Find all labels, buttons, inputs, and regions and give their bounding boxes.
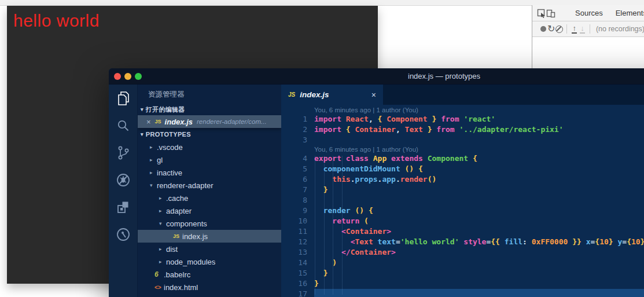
tree-item--cache[interactable]: ▸.cache <box>138 192 281 204</box>
open-editors-section-header[interactable]: ▾ 打开的编辑器 <box>138 104 281 115</box>
code-line-14[interactable]: 14 ) <box>281 258 644 268</box>
tree-item-gl[interactable]: ▸gl <box>138 153 281 166</box>
code-line-4[interactable]: 4export class App extends Component { <box>281 153 644 164</box>
code-line-content[interactable]: this.props.app.render() <box>314 174 644 185</box>
close-icon[interactable]: × <box>371 90 376 100</box>
code-token: render <box>400 175 428 184</box>
code-token: React <box>346 115 369 123</box>
code-line-3[interactable]: 3 <box>281 135 644 145</box>
record-icon[interactable] <box>539 23 547 35</box>
file-tree: ▸.vscode▸gl▸inactive▾renderer-adapter▸.c… <box>138 141 281 297</box>
load-profile-icon[interactable]: ↑ <box>571 23 579 35</box>
code-line-content[interactable]: return ( <box>314 216 644 226</box>
code-line-8[interactable]: 8 <box>281 195 644 206</box>
code-token: 'hello world' <box>400 237 459 246</box>
devtools-tab-sources[interactable]: Sources <box>575 9 603 17</box>
code-line-content[interactable] <box>314 195 644 206</box>
window-titlebar[interactable]: index.js — prototypes <box>109 68 644 85</box>
code-line-13[interactable]: 13 </Container> <box>281 247 644 258</box>
code-token <box>314 164 323 173</box>
folder-section-header[interactable]: ▾ PROTOTYPES <box>138 128 281 141</box>
tree-item-renderer-adapter[interactable]: ▾renderer-adapter <box>138 179 281 192</box>
code-line-9[interactable]: 9 render () { <box>281 206 644 216</box>
code-line-content[interactable]: } <box>314 278 644 289</box>
open-editor-item-indexjs[interactable]: × JS index.js renderer-adapter/com... <box>138 115 281 128</box>
device-toolbar-icon[interactable] <box>546 8 555 19</box>
code-line-11[interactable]: 11 <Container> <box>281 226 644 237</box>
gitlens-icon[interactable] <box>115 226 131 243</box>
devtools-toolbar: ↻ ↑ ↓ (no recordings) <box>532 21 644 37</box>
codelens-text[interactable]: You, 6 minutes ago | 1 author (You) <box>314 145 644 153</box>
source-control-icon[interactable] <box>115 145 131 161</box>
tree-item-label: index.js <box>182 232 208 241</box>
code-token: } <box>641 237 644 246</box>
close-traffic-light[interactable] <box>114 73 121 80</box>
tree-item--babelrc[interactable]: 6.babelrc <box>138 268 281 281</box>
tree-item-inactive[interactable]: ▸inactive <box>138 166 281 179</box>
code-line-17[interactable]: 17 <box>281 289 644 297</box>
zoom-traffic-light[interactable] <box>135 73 142 80</box>
tree-item-index-html[interactable]: <>index.html <box>138 281 281 294</box>
code-line-content[interactable] <box>314 135 644 145</box>
tree-item-label: dist <box>166 245 178 254</box>
line-number: 7 <box>281 185 314 195</box>
code-line-content[interactable]: import React, { Component } from 'react' <box>314 114 644 124</box>
inspect-icon[interactable] <box>537 8 546 19</box>
tree-item-main-js[interactable]: JSmain.js <box>138 294 281 297</box>
tree-item--vscode[interactable]: ▸.vscode <box>138 141 281 153</box>
chevron-right-icon: ▸ <box>159 195 166 201</box>
code-editor[interactable]: You, 6 minutes ago | 1 author (You)1impo… <box>281 105 644 297</box>
code-line-content[interactable]: <Container> <box>314 226 644 237</box>
code-line-6[interactable]: 6 this.props.app.render() <box>281 174 644 185</box>
code-line-12[interactable]: 12 <Text text='hello world' style={{ fil… <box>281 237 644 247</box>
code-line-content[interactable]: ) <box>314 258 644 268</box>
code-line-15[interactable]: 15 } <box>281 268 644 278</box>
code-line-1[interactable]: 1import React, { Component } from 'react… <box>281 114 644 124</box>
extensions-icon[interactable] <box>115 199 131 215</box>
tree-item-adapter[interactable]: ▸adapter <box>138 204 281 217</box>
code-line-content[interactable]: export class App extends Component { <box>314 153 644 164</box>
files-icon[interactable] <box>115 90 131 107</box>
code-line-7[interactable]: 7 } <box>281 185 644 195</box>
code-line-2[interactable]: 2import { Container, Text } from '../ada… <box>281 124 644 135</box>
code-line-content[interactable]: render () { <box>314 206 644 216</box>
code-line-content[interactable]: componentDidMount () { <box>314 164 644 174</box>
reload-icon[interactable]: ↻ <box>547 23 555 35</box>
tab-indexjs[interactable]: JS index.js × <box>281 85 383 105</box>
code-token: Text <box>405 125 423 134</box>
line-number: 15 <box>281 268 314 278</box>
devtools-separator <box>566 24 567 34</box>
code-line-content[interactable]: import { Container, Text } from '../adap… <box>314 124 644 135</box>
code-line-content[interactable]: } <box>314 268 644 278</box>
code-line-10[interactable]: 10 return ( <box>281 216 644 226</box>
tree-item-components[interactable]: ▾components <box>138 217 281 230</box>
code-token: 10 <box>599 237 609 246</box>
close-icon[interactable]: × <box>146 118 151 126</box>
tree-item-node-modules[interactable]: ▸node_modules <box>138 255 281 268</box>
code-token: : <box>522 237 532 246</box>
debug-icon[interactable] <box>115 172 131 188</box>
devtools-tab-elements[interactable]: Elements <box>616 9 644 17</box>
code-token: componentDidMount <box>323 164 405 173</box>
code-line-content[interactable] <box>314 289 644 297</box>
search-icon[interactable] <box>115 118 131 134</box>
code-token: </ <box>341 248 351 256</box>
screen: { "preview": { "text": "hello world", "t… <box>0 0 644 297</box>
tree-item-dist[interactable]: ▸dist <box>138 243 281 255</box>
minimize-traffic-light[interactable] <box>124 73 131 80</box>
code-token: . <box>396 175 400 184</box>
code-token: Container <box>351 248 391 256</box>
codelens-text[interactable]: You, 6 minutes ago | 1 author (You) <box>314 106 644 114</box>
tree-item-label: adapter <box>166 207 192 215</box>
clear-icon[interactable] <box>555 23 563 35</box>
code-token <box>314 237 351 246</box>
code-line-16[interactable]: 16} <box>281 278 644 289</box>
line-number: 1 <box>281 114 314 124</box>
code-line-5[interactable]: 5 componentDidMount () { <box>281 164 644 174</box>
tree-item-index-js[interactable]: JSindex.js <box>138 230 281 243</box>
code-line-content[interactable]: } <box>314 185 644 195</box>
code-line-content[interactable]: <Text text='hello world' style={{ fill: … <box>314 237 644 247</box>
code-token: = <box>396 237 400 246</box>
code-token: App <box>373 154 387 163</box>
code-line-content[interactable]: </Container> <box>314 247 644 258</box>
